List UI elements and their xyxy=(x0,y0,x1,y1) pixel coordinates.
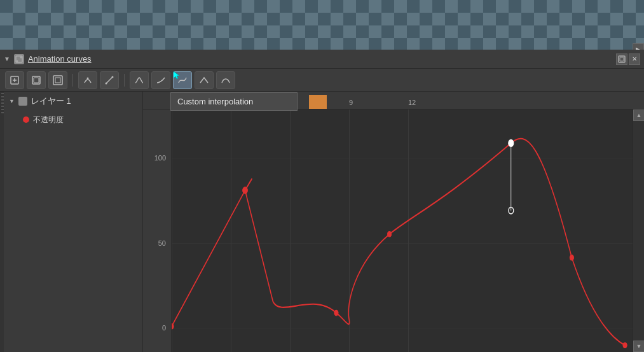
playhead-marker[interactable] xyxy=(309,95,327,109)
svg-point-19 xyxy=(334,310,338,315)
panel-titlebar: ▼ Animation curves ✕ xyxy=(0,50,644,69)
layer-row[interactable]: ▼ レイヤー 1 xyxy=(4,92,142,111)
ruler-label-9: 9 xyxy=(349,99,353,106)
y-label-50: 50 xyxy=(158,239,166,247)
fit-selected-button[interactable] xyxy=(27,71,46,89)
layer-type-icon xyxy=(18,97,27,106)
property-name: 不透明度 xyxy=(33,115,64,125)
svg-point-12 xyxy=(87,77,89,79)
close-button[interactable]: ✕ xyxy=(629,53,640,65)
svg-rect-4 xyxy=(620,57,624,61)
custom-interpolation-button[interactable]: Custom interpolation xyxy=(173,71,192,89)
top-checker-area xyxy=(0,0,644,50)
scroll-up-button[interactable]: ▲ xyxy=(633,109,644,121)
svg-line-13 xyxy=(106,77,113,83)
svg-point-20 xyxy=(387,232,391,237)
left-panel: ▼ レイヤー 1 不透明度 xyxy=(0,92,143,352)
ruler-label-0: 0 xyxy=(172,99,175,106)
main-area: ▼ レイヤー 1 不透明度 0 3 6 9 12 xyxy=(0,92,644,352)
svg-point-2 xyxy=(20,56,22,58)
separator-2 xyxy=(124,74,125,87)
svg-point-14 xyxy=(106,82,107,84)
svg-rect-9 xyxy=(34,78,39,83)
ease-in-button[interactable] xyxy=(151,71,170,89)
svg-point-18 xyxy=(243,187,248,194)
y-label-0: 0 xyxy=(162,324,166,332)
animation-curves-icon xyxy=(14,54,24,64)
bounce-button[interactable] xyxy=(216,71,235,89)
chart-area: 0 3 6 9 12 100 50 0 xyxy=(143,92,644,352)
ruler-label-6: 6 xyxy=(290,99,294,106)
fit-frame-button[interactable] xyxy=(48,71,67,89)
time-ruler[interactable]: 0 3 6 9 12 xyxy=(143,92,644,109)
y-label-100: 100 xyxy=(154,154,166,162)
scroll-track[interactable] xyxy=(633,121,644,341)
maximize-button[interactable] xyxy=(616,53,627,65)
scroll-down-button[interactable]: ▼ xyxy=(633,341,644,352)
svg-point-15 xyxy=(112,76,114,78)
svg-point-24 xyxy=(570,255,573,260)
panel-title: Animation curves xyxy=(28,54,92,64)
smooth-tangent-button[interactable] xyxy=(78,71,97,89)
scrollbar-right: ▲ ▼ xyxy=(633,109,644,352)
property-row[interactable]: 不透明度 xyxy=(4,111,142,129)
ease-in-out-button[interactable] xyxy=(130,71,149,89)
panel-expand-icon[interactable]: ▼ xyxy=(4,55,10,62)
fit-all-button[interactable] xyxy=(5,71,24,89)
layer-expand-icon: ▼ xyxy=(9,98,15,104)
separator-1 xyxy=(72,74,73,87)
svg-point-1 xyxy=(16,60,18,62)
ruler-label-12: 12 xyxy=(408,99,416,106)
ruler-label-3: 3 xyxy=(231,99,235,106)
svg-rect-11 xyxy=(55,78,60,83)
svg-point-25 xyxy=(623,342,627,348)
ease-out-button[interactable] xyxy=(195,71,214,89)
y-axis: 100 50 0 xyxy=(143,109,172,352)
toolbar: Custom interpolation xyxy=(0,69,644,92)
svg-rect-10 xyxy=(53,76,62,85)
animation-curve-svg xyxy=(172,109,633,352)
curve-graph[interactable]: 100 50 0 xyxy=(143,109,644,352)
layer-name: レイヤー 1 xyxy=(31,95,71,107)
linear-tangent-button[interactable] xyxy=(100,71,119,89)
property-color-dot xyxy=(23,116,29,123)
svg-point-17 xyxy=(172,324,174,329)
